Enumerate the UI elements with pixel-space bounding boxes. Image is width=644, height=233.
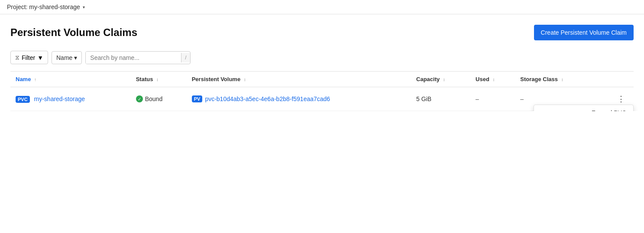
cell-actions: ⋮ Expand PVC Create Snapshot Clone PVC E… (595, 87, 634, 111)
chevron-down-icon: ▾ (83, 5, 85, 10)
sort-icon-status: ↕ (156, 77, 159, 82)
col-name[interactable]: Name ↑ (10, 72, 131, 87)
filter-label: Filter (22, 54, 35, 61)
col-pv-label: Persistent Volume (192, 76, 240, 82)
col-storage-class[interactable]: Storage Class ↕ (515, 72, 595, 87)
cell-capacity: 5 GiB (411, 87, 470, 111)
search-input[interactable] (86, 52, 181, 64)
col-name-label: Name (16, 76, 31, 82)
sort-icon-capacity: ↕ (443, 77, 445, 82)
filter-button[interactable]: ⧖ Filter ▼ (10, 51, 48, 64)
cell-name: PVC my-shared-storage (10, 87, 131, 111)
col-used-label: Used (476, 76, 489, 82)
table-header-row: Name ↑ Status ↕ Persistent Volume ↕ Capa… (10, 72, 634, 87)
cell-pv: PV pvc-b10d4ab3-a5ec-4e6a-b2b8-f591eaa7c… (187, 87, 411, 111)
pvc-link[interactable]: my-shared-storage (34, 95, 85, 102)
create-pvc-button[interactable]: Create Persistent Volume Claim (534, 25, 634, 40)
col-capacity-label: Capacity (416, 76, 440, 82)
col-status[interactable]: Status ↕ (131, 72, 187, 87)
cell-used: – (470, 87, 515, 111)
bound-icon: ✓ (136, 95, 143, 102)
sort-icon-sc: ↕ (561, 77, 563, 82)
more-actions-button[interactable]: ⋮ (614, 92, 628, 105)
pvc-table: Name ↑ Status ↕ Persistent Volume ↕ Capa… (10, 71, 634, 111)
pv-link[interactable]: pvc-b10d4ab3-a5ec-4e6a-b2b8-f591eaa7cad6 (205, 95, 330, 102)
col-storage-class-label: Storage Class (520, 76, 558, 82)
name-select[interactable]: Name ▾ (52, 51, 82, 64)
status-label: Bound (145, 95, 162, 102)
name-chevron-icon: ▾ (74, 54, 77, 61)
filter-icon: ⧖ (15, 54, 19, 61)
filter-bar: ⧖ Filter ▼ Name ▾ / (10, 51, 634, 64)
actions-dropdown: Expand PVC Create Snapshot Clone PVC Edi… (534, 105, 634, 111)
project-label: Project: my-shared-storage (7, 3, 80, 10)
pv-badge: PV (192, 95, 203, 102)
pv-cell: PV pvc-b10d4ab3-a5ec-4e6a-b2b8-f591eaa7c… (192, 95, 406, 102)
main-content: Persistent Volume Claims Create Persiste… (0, 14, 644, 111)
pvc-badge: PVC (16, 96, 30, 103)
search-slash: / (181, 53, 190, 62)
page-header: Persistent Volume Claims Create Persiste… (10, 25, 634, 40)
col-status-label: Status (136, 76, 153, 82)
project-selector[interactable]: Project: my-shared-storage ▾ (7, 3, 85, 10)
top-bar: Project: my-shared-storage ▾ (0, 0, 644, 14)
col-pv[interactable]: Persistent Volume ↕ (187, 72, 411, 87)
sort-icon-used: ↕ (493, 77, 495, 82)
cell-status: ✓ Bound (131, 87, 187, 111)
status-bound: ✓ Bound (136, 95, 181, 102)
page-title: Persistent Volume Claims (10, 26, 137, 39)
col-used[interactable]: Used ↕ (470, 72, 515, 87)
filter-chevron-icon: ▼ (37, 54, 43, 61)
table-row: PVC my-shared-storage ✓ Bound PV pvc-b10… (10, 87, 634, 111)
sort-asc-icon: ↑ (34, 77, 36, 82)
sort-icon-pv: ↕ (244, 77, 246, 82)
col-capacity[interactable]: Capacity ↕ (411, 72, 470, 87)
name-label: Name (56, 54, 72, 61)
search-wrap: / (85, 51, 190, 64)
col-actions (595, 72, 634, 87)
dropdown-item-expand-pvc[interactable]: Expand PVC (534, 105, 633, 111)
